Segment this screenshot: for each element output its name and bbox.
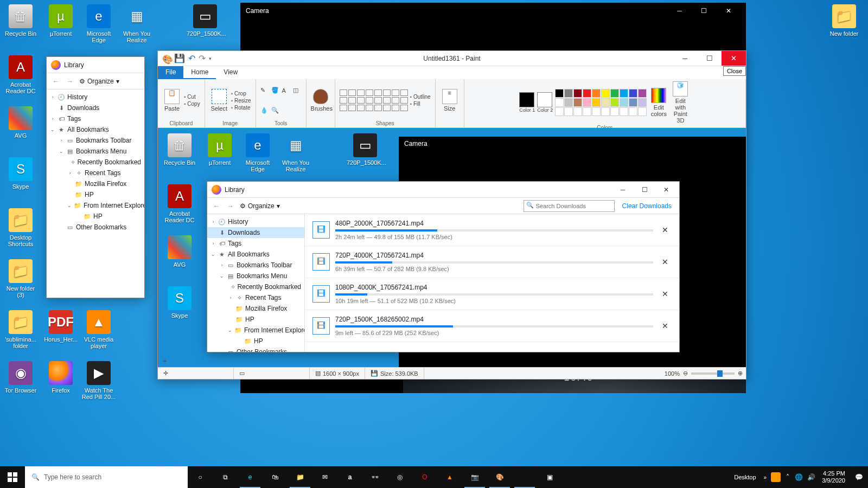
redo-icon[interactable]: ↷ (199, 53, 206, 63)
forward-button[interactable]: → (65, 78, 75, 85)
back-button[interactable]: ← (51, 78, 61, 85)
color-swatch[interactable] (629, 98, 637, 107)
tree-row[interactable]: 📁Mozilla Firefox (207, 303, 304, 314)
taskbar-mail[interactable]: ✉ (312, 466, 337, 488)
tree-row[interactable]: ⬇Downloads (207, 227, 304, 238)
fill-button[interactable]: Fill (410, 101, 431, 107)
search-input[interactable] (524, 200, 615, 212)
desktop-icon[interactable]: PDFHorus_Her... (42, 310, 79, 343)
color-swatch[interactable] (620, 89, 628, 98)
copy-button[interactable]: Copy (184, 101, 200, 107)
color-swatch[interactable] (610, 89, 619, 98)
tree-row[interactable]: 📁HP (47, 189, 144, 200)
color-swatch[interactable] (601, 98, 610, 107)
taskbar-app[interactable]: ▣ (537, 466, 562, 488)
clear-downloads-link[interactable]: Clear Downloads (619, 202, 675, 210)
color-1[interactable]: Color 1 (519, 92, 535, 113)
cancel-download-button[interactable]: ✕ (659, 258, 672, 266)
color-swatch[interactable] (583, 98, 591, 107)
paint-titlebar[interactable]: 🎨 💾 ↶ ↷ ▾ Untitled1361 - Paint ─ ☐ ✕ (158, 51, 746, 66)
tree-row[interactable]: ›▭Bookmarks Toolbar (47, 135, 144, 146)
taskbar-tripadvisor[interactable]: 👓 (362, 466, 387, 488)
pencil-icon[interactable]: ✎ (260, 87, 269, 94)
cancel-download-button[interactable]: ✕ (659, 226, 672, 234)
action-center-button[interactable]: 💬 (850, 466, 868, 488)
tree-row[interactable]: ⬇Downloads (47, 102, 144, 113)
desktop-icon[interactable]: ▶Watch The Red Pill 20... (80, 361, 117, 400)
tray-chevron-icon[interactable]: ˄ (783, 473, 793, 481)
tree-row[interactable]: 📁HP (47, 211, 144, 222)
cancel-download-button[interactable]: ✕ (659, 290, 672, 298)
edit-colors-button[interactable]: Edit colors (649, 88, 668, 117)
desktop-icon[interactable]: 📁'sublimina... folder (2, 310, 39, 349)
taskbar-opera[interactable]: O (412, 466, 437, 488)
color-swatch[interactable] (592, 98, 601, 107)
tree-row[interactable]: ›🏷Tags (47, 113, 144, 124)
taskbar-paint[interactable]: 🎨 (487, 466, 512, 488)
tab-view[interactable]: View (216, 66, 245, 79)
taskbar-vlc[interactable]: ▲ (437, 466, 462, 488)
desktop-icon[interactable]: AAcrobat Reader DC (2, 55, 39, 94)
back-button[interactable]: ← (212, 202, 221, 210)
desktop-icon[interactable]: 📁New folder (826, 4, 863, 37)
organize-menu[interactable]: ⚙ Organize ▾ (240, 202, 280, 210)
camera-titlebar[interactable]: Camera ─ ☐ ✕ (240, 3, 746, 19)
library-tree[interactable]: ›🕘History⬇Downloads›🏷Tags⌄★All Bookmarks… (207, 214, 305, 352)
organize-menu[interactable]: ⚙ Organize ▾ (79, 78, 119, 85)
color-swatch[interactable] (555, 89, 564, 98)
taskbar-chromium[interactable]: ◎ (387, 466, 412, 488)
tree-row[interactable]: ⌄▤Bookmarks Menu (207, 271, 304, 281)
taskbar-edge[interactable]: e (238, 466, 263, 488)
magnifier-icon[interactable]: 🔍 (271, 107, 280, 114)
color-2[interactable]: Color 2 (537, 92, 553, 113)
qat-dropdown-icon[interactable]: ▾ (209, 56, 212, 61)
desktop-icon[interactable]: eMicrosoft Edge (80, 4, 117, 43)
close-button[interactable]: ✕ (716, 3, 741, 19)
tree-row[interactable]: 📁Mozilla Firefox (47, 178, 144, 189)
desktop-icon[interactable]: 📁New folder (3) (2, 259, 39, 298)
shapes-gallery[interactable] (340, 89, 408, 111)
tree-row[interactable]: ▭Other Bookmarks (207, 346, 304, 352)
tray-app-icon[interactable] (769, 466, 783, 488)
download-item[interactable]: 🎞 480P_2000K_170567241.mp4 2h 24m left —… (305, 214, 679, 246)
desktop-icon[interactable]: SSkype (2, 157, 39, 190)
desktop-icon[interactable]: ▭720P_1500K... (187, 4, 224, 37)
minimize-button[interactable]: ─ (667, 3, 692, 19)
desktop-icon[interactable]: µµTorrent (42, 4, 79, 37)
color-swatch[interactable] (629, 89, 637, 98)
cut-button[interactable]: Cut (184, 94, 200, 100)
taskbar-search[interactable]: 🔍 Type here to search (25, 466, 188, 488)
tree-row[interactable]: ▭Other Bookmarks (47, 222, 144, 233)
start-button[interactable] (0, 466, 25, 488)
color-swatch[interactable] (601, 89, 610, 98)
tray-clock[interactable]: 4:25 PM3/9/2020 (818, 470, 850, 484)
tree-row[interactable]: ›▭Bookmarks Toolbar (207, 260, 304, 271)
tree-row[interactable]: ›🕘History (47, 92, 144, 102)
color-swatch[interactable] (638, 89, 647, 98)
taskbar-explorer[interactable]: 📁 (288, 466, 312, 488)
select-button[interactable]: Select (209, 89, 229, 112)
fill-icon[interactable]: 🪣 (271, 87, 280, 94)
picker-icon[interactable]: 💧 (260, 107, 269, 114)
tree-row[interactable]: ⌄📁From Internet Explorer (207, 325, 304, 336)
taskbar-camera[interactable]: 📷 (462, 466, 487, 488)
close-button[interactable]: ✕ (655, 182, 677, 197)
taskbar-amazon[interactable]: a (337, 466, 362, 488)
tray-volume-icon[interactable]: 🔊 (805, 473, 818, 481)
tree-row[interactable]: ✧Recently Bookmarked (207, 281, 304, 292)
color-swatch[interactable] (592, 89, 601, 98)
download-item[interactable]: 🎞 720P_4000K_170567241.mp4 6h 39m left —… (305, 246, 679, 278)
maximize-button[interactable]: ☐ (697, 51, 722, 66)
tree-row[interactable]: ›✧Recent Tags (207, 292, 304, 303)
zoom-out-button[interactable]: ⊖ (683, 370, 688, 377)
color-swatch[interactable] (573, 89, 582, 98)
taskbar-store[interactable]: 🛍 (263, 466, 288, 488)
tree-row[interactable]: ⌄★All Bookmarks (207, 249, 304, 260)
zoom-in-button[interactable]: ⊕ (738, 370, 743, 377)
brushes-button[interactable]: Brushes (311, 89, 330, 112)
task-view-button[interactable]: ⧉ (213, 466, 238, 488)
desktop-icon[interactable]: ▦When You Realize (118, 4, 155, 43)
tree-row[interactable]: ⌄📁From Internet Explorer (47, 200, 144, 211)
color-swatch[interactable] (555, 98, 564, 107)
color-palette[interactable] (555, 89, 647, 116)
